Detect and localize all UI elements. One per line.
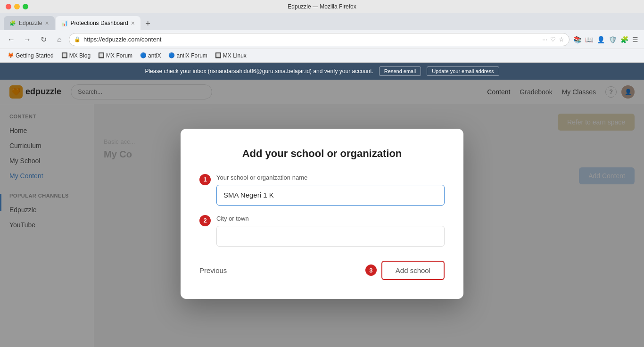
modal-title: Add your school or organization bbox=[199, 148, 445, 160]
tab-protections[interactable]: 📊 Protections Dashboard × bbox=[56, 16, 140, 30]
bookmark-mx-blog-icon: 🔲 bbox=[61, 52, 68, 58]
footer-right: 3 Add school bbox=[365, 261, 445, 280]
shield-icon[interactable]: 🛡️ bbox=[608, 35, 618, 44]
close-button[interactable] bbox=[6, 4, 11, 9]
tab-protections-icon: 📊 bbox=[61, 20, 68, 26]
app-container: 🧡 edpuzzle Content Gradebook My Classes … bbox=[0, 80, 644, 347]
bookmark-getting-started-icon: 🦊 bbox=[8, 52, 14, 58]
bookmarks-bar: 🦊 Getting Started 🔲 MX Blog 🔲 MX Forum 🔵… bbox=[0, 49, 644, 62]
sync-icon[interactable]: 👤 bbox=[596, 35, 606, 44]
bookmark-icon[interactable]: ♡ bbox=[550, 36, 556, 43]
collections-icon[interactable]: 📚 bbox=[572, 35, 582, 44]
minimize-button[interactable] bbox=[14, 4, 20, 9]
bookmark-antix[interactable]: 🔵 antiX bbox=[137, 51, 164, 60]
notification-text: Please check your inbox (risnandarsahido… bbox=[145, 68, 373, 74]
step-3-badge: 3 bbox=[365, 264, 377, 276]
bookmark-mx-forum-icon: 🔲 bbox=[98, 52, 105, 58]
forward-button[interactable]: → bbox=[21, 33, 34, 46]
bookmark-antix-forum[interactable]: 🔵 antiX Forum bbox=[165, 51, 210, 60]
modal-overlay: Add your school or organization 1 Your s… bbox=[0, 104, 644, 347]
bookmark-mx-linux-label: MX Linux bbox=[223, 52, 247, 59]
tab-edpuzzle-icon: 🧩 bbox=[9, 20, 16, 26]
bookmark-antix-icon: 🔵 bbox=[140, 52, 147, 58]
window-title: Edpuzzle — Mozilla Firefox bbox=[288, 3, 356, 10]
maximize-button[interactable] bbox=[23, 4, 28, 9]
reload-button[interactable]: ↻ bbox=[37, 33, 50, 46]
title-bar: Edpuzzle — Mozilla Firefox bbox=[0, 0, 644, 13]
tabs-bar: 🧩 Edpuzzle × 📊 Protections Dashboard × + bbox=[0, 13, 644, 30]
resend-email-button[interactable]: Resend email bbox=[379, 66, 421, 76]
bookmark-mx-blog[interactable]: 🔲 MX Blog bbox=[58, 51, 93, 60]
school-name-label: Your school or organization name bbox=[216, 174, 445, 181]
new-tab-button[interactable]: + bbox=[141, 17, 155, 30]
step-2-badge: 2 bbox=[199, 215, 211, 226]
more-icon[interactable]: ☰ bbox=[631, 35, 639, 44]
update-email-button[interactable]: Update your email address bbox=[427, 66, 499, 76]
city-input[interactable] bbox=[216, 226, 445, 247]
bookmark-getting-started-label: Getting Started bbox=[16, 52, 54, 59]
tab-protections-close[interactable]: × bbox=[131, 20, 135, 26]
city-form-row: 2 City or town bbox=[199, 215, 445, 256]
tab-edpuzzle-close[interactable]: × bbox=[45, 20, 49, 26]
lock-icon: 🔒 bbox=[74, 36, 81, 42]
city-form-content: City or town bbox=[216, 215, 445, 256]
url-bar[interactable]: 🔒 https://edpuzzle.com/content ··· ♡ ☆ bbox=[69, 33, 570, 46]
step-1-badge: 1 bbox=[199, 174, 211, 185]
bookmark-mx-linux[interactable]: 🔲 MX Linux bbox=[212, 51, 249, 60]
traffic-lights bbox=[6, 4, 28, 9]
add-school-button[interactable]: Add school bbox=[381, 261, 445, 280]
bookmark-antix-forum-icon: 🔵 bbox=[168, 52, 175, 58]
browser-chrome: 🧩 Edpuzzle × 📊 Protections Dashboard × +… bbox=[0, 13, 644, 63]
tab-edpuzzle-label: Edpuzzle bbox=[19, 20, 42, 26]
tab-edpuzzle[interactable]: 🧩 Edpuzzle × bbox=[4, 16, 55, 30]
bookmark-mx-forum[interactable]: 🔲 MX Forum bbox=[95, 51, 135, 60]
content-area: Content Home Curriculum My School My Con… bbox=[0, 104, 644, 347]
star-icon[interactable]: ☆ bbox=[559, 36, 564, 43]
bookmark-mx-linux-icon: 🔲 bbox=[215, 52, 222, 58]
school-form-row: 1 Your school or organization name bbox=[199, 174, 445, 215]
school-name-input[interactable] bbox=[216, 185, 445, 206]
extensions-icon[interactable]: 🧩 bbox=[619, 35, 629, 44]
bookmark-getting-started[interactable]: 🦊 Getting Started bbox=[5, 51, 57, 60]
reader-icon[interactable]: 📖 bbox=[584, 35, 594, 44]
nav-extra: 📚 📖 👤 🛡️ 🧩 ☰ bbox=[572, 35, 639, 44]
modal-footer: Previous 3 Add school bbox=[199, 261, 445, 280]
school-form-content: Your school or organization name bbox=[216, 174, 445, 215]
bookmark-antix-label: antiX bbox=[148, 52, 161, 59]
modal: Add your school or organization 1 Your s… bbox=[181, 129, 463, 299]
city-label: City or town bbox=[216, 215, 445, 222]
previous-button[interactable]: Previous bbox=[199, 266, 227, 274]
bookmark-antix-forum-label: antiX Forum bbox=[176, 52, 207, 59]
back-button[interactable]: ← bbox=[5, 33, 18, 46]
nav-bar: ← → ↻ ⌂ 🔒 https://edpuzzle.com/content ·… bbox=[0, 30, 644, 49]
bookmark-mx-forum-label: MX Forum bbox=[106, 52, 132, 59]
url-options-icon: ··· bbox=[542, 36, 547, 43]
home-button[interactable]: ⌂ bbox=[53, 33, 66, 46]
bookmark-mx-blog-label: MX Blog bbox=[69, 52, 91, 59]
tab-protections-label: Protections Dashboard bbox=[71, 20, 128, 26]
notification-bar: Please check your inbox (risnandarsahido… bbox=[0, 63, 644, 80]
url-text: https://edpuzzle.com/content bbox=[83, 36, 539, 43]
